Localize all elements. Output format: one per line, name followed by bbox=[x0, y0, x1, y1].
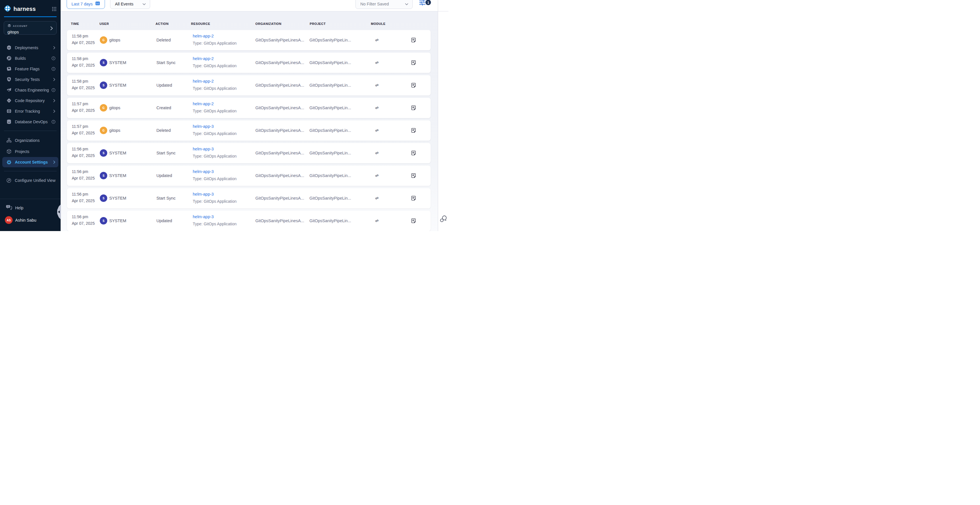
sidebar-item-account-settings[interactable]: Account Settings bbox=[2, 157, 58, 167]
action-label: Updated bbox=[156, 173, 172, 178]
project-name: GitOpsSanityPipeLin... bbox=[309, 128, 351, 133]
sidebar-item-feature-flags[interactable]: Feature Flags bbox=[0, 64, 60, 74]
info-icon bbox=[51, 120, 56, 124]
user-name: SYSTEM bbox=[109, 151, 126, 155]
resource-link[interactable]: helm-app-2 bbox=[193, 102, 214, 106]
column-header-user: USER bbox=[100, 22, 109, 25]
svg-text:∞: ∞ bbox=[374, 195, 379, 201]
organization-name: GitOpsSanityPipeLinesA... bbox=[255, 83, 304, 88]
action-label: Updated bbox=[156, 218, 172, 223]
svg-text:∞: ∞ bbox=[8, 46, 10, 49]
error-tracking-icon bbox=[6, 108, 12, 114]
accent-underline bbox=[4, 16, 57, 17]
event-summary-icon[interactable] bbox=[410, 218, 416, 225]
resource-link[interactable]: helm-app-3 bbox=[193, 192, 214, 196]
resource-link[interactable]: helm-app-3 bbox=[193, 147, 214, 151]
audit-row: 11:57 pm Apr 07, 2025 G gitops Deleted h… bbox=[67, 120, 431, 141]
resource-type: Type: GitOps Application bbox=[193, 199, 237, 204]
event-date: Apr 07, 2025 bbox=[72, 153, 95, 158]
settings-icon bbox=[6, 159, 12, 165]
event-summary-icon[interactable] bbox=[410, 37, 416, 44]
nav-divider bbox=[4, 131, 57, 131]
user-name: SYSTEM bbox=[109, 61, 126, 65]
deployments-icon: ∞ bbox=[6, 45, 12, 50]
column-header-organization: ORGANIZATION bbox=[255, 22, 282, 25]
project-name: GitOpsSanityPipeLin... bbox=[309, 105, 351, 110]
column-header-project: PROJECT bbox=[310, 22, 326, 25]
sidebar-item-code-repository[interactable]: </> Code Repository bbox=[0, 95, 60, 106]
sidebar-item-configure-unified-view[interactable]: Configure Unified View bbox=[0, 175, 60, 186]
layers-icon bbox=[8, 24, 11, 29]
date-range-label: Last 7 days bbox=[72, 2, 93, 6]
table-body: 11:58 pm Apr 07, 2025 G gitops Deleted h… bbox=[67, 30, 431, 231]
sidebar-item-database-devops[interactable]: ∞ Database DevOps bbox=[0, 116, 60, 127]
resource-link[interactable]: helm-app-3 bbox=[193, 124, 214, 129]
audit-row: 11:56 pm Apr 07, 2025 S SYSTEM Updated h… bbox=[67, 211, 431, 231]
user-name: SYSTEM bbox=[109, 196, 126, 201]
svg-text:∞: ∞ bbox=[8, 121, 10, 124]
unified-view-icon bbox=[6, 178, 12, 183]
user-name: gitops bbox=[109, 128, 120, 133]
svg-text:∞: ∞ bbox=[374, 127, 379, 133]
event-date: Apr 07, 2025 bbox=[72, 176, 95, 180]
info-icon bbox=[51, 67, 56, 71]
date-range-button[interactable]: Last 7 days bbox=[67, 0, 105, 9]
resource-link[interactable]: helm-app-2 bbox=[193, 56, 214, 61]
user-name: SYSTEM bbox=[109, 218, 126, 223]
filter-button[interactable]: 1 bbox=[419, 0, 432, 6]
module-grid-icon[interactable] bbox=[52, 6, 57, 11]
event-summary-icon[interactable] bbox=[410, 195, 416, 202]
sidebar-item-chaos-engineering[interactable]: Chaos Engineering bbox=[0, 84, 60, 95]
user-avatar: S bbox=[100, 81, 107, 89]
nav-divider bbox=[4, 171, 57, 171]
sidebar-item-deployments[interactable]: ∞ Deployments bbox=[0, 42, 60, 53]
action-label: Start Sync bbox=[156, 61, 176, 65]
user-avatar: S bbox=[100, 149, 107, 157]
event-summary-icon[interactable] bbox=[410, 82, 416, 89]
svg-text:?: ? bbox=[8, 206, 9, 208]
action-label: Created bbox=[156, 105, 171, 110]
sidebar-item-organizations[interactable]: Organizations bbox=[0, 135, 60, 146]
sidebar: harness ACCOUNT gitops ∞ Deployments Bui… bbox=[0, 0, 60, 231]
events-filter-value: All Events bbox=[115, 2, 133, 6]
user-avatar: S bbox=[100, 172, 107, 179]
chevron-down-icon bbox=[142, 2, 146, 6]
event-summary-icon[interactable] bbox=[410, 173, 416, 180]
sidebar-item-builds[interactable]: Builds bbox=[0, 53, 60, 64]
sidebar-item-security-tests[interactable]: Security Tests bbox=[0, 74, 60, 84]
chat-support-icon[interactable] bbox=[439, 215, 447, 224]
event-summary-icon[interactable] bbox=[410, 60, 416, 67]
event-time: 11:58 pm bbox=[72, 79, 95, 83]
help-button[interactable]: ? Help bbox=[0, 199, 60, 211]
resource-type: Type: GitOps Application bbox=[193, 109, 237, 113]
user-menu[interactable]: AS Ashin Sabu bbox=[0, 211, 60, 224]
column-header-time: TIME bbox=[71, 22, 79, 25]
project-name: GitOpsSanityPipeLin... bbox=[309, 61, 351, 65]
user-avatar: AS bbox=[5, 216, 13, 224]
chaos-engineering-icon bbox=[6, 87, 12, 92]
saved-filter-select[interactable]: No Filter Saved bbox=[355, 0, 413, 9]
sidebar-item-projects[interactable]: Projects bbox=[0, 146, 60, 157]
resource-type: Type: GitOps Application bbox=[193, 86, 237, 91]
organizations-icon bbox=[6, 137, 12, 143]
action-label: Start Sync bbox=[156, 151, 176, 155]
event-summary-icon[interactable] bbox=[410, 105, 416, 112]
events-filter-select[interactable]: All Events bbox=[110, 0, 150, 9]
event-summary-icon[interactable] bbox=[410, 127, 416, 134]
resource-link[interactable]: helm-app-3 bbox=[193, 215, 214, 219]
account-selector[interactable]: ACCOUNT gitops bbox=[4, 21, 57, 35]
gitops-module-icon: ∞ bbox=[374, 195, 380, 203]
sidebar-item-error-tracking[interactable]: Error Tracking bbox=[0, 106, 60, 116]
audit-row: 11:58 pm Apr 07, 2025 S SYSTEM Start Syn… bbox=[67, 53, 431, 73]
event-date: Apr 07, 2025 bbox=[72, 198, 95, 203]
svg-text:∞: ∞ bbox=[374, 104, 379, 111]
event-summary-icon[interactable] bbox=[410, 150, 416, 157]
action-label: Start Sync bbox=[156, 196, 176, 201]
resource-link[interactable]: helm-app-2 bbox=[193, 79, 214, 83]
resource-link[interactable]: helm-app-2 bbox=[193, 34, 214, 38]
chevron-right-icon bbox=[53, 46, 56, 49]
resource-link[interactable]: helm-app-3 bbox=[193, 169, 214, 174]
project-name: GitOpsSanityPipeLin... bbox=[309, 38, 351, 42]
code-repository-icon: </> bbox=[6, 98, 12, 103]
event-time: 11:58 pm bbox=[72, 56, 95, 61]
